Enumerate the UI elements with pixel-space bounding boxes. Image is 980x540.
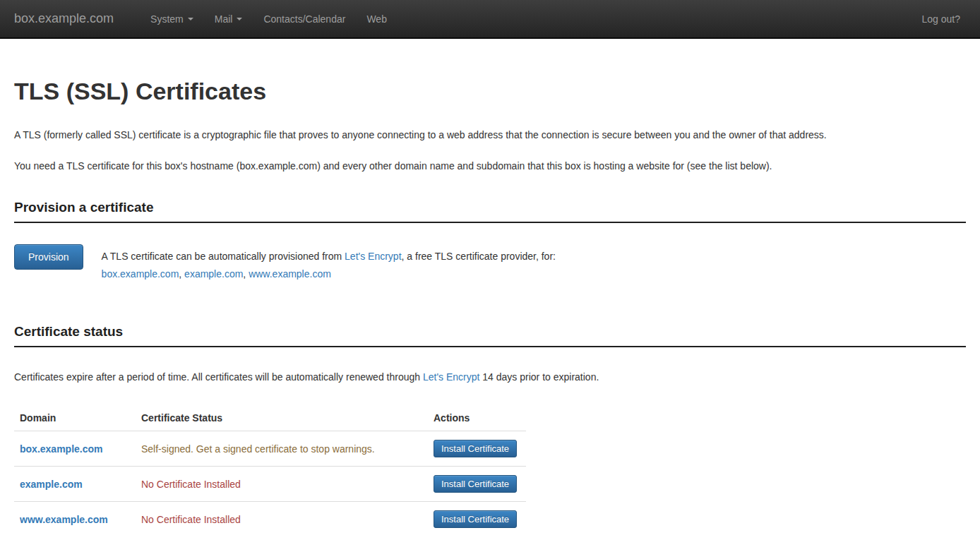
nav-item-contacts-calendar[interactable]: Contacts/Calendar: [253, 0, 356, 37]
navbar-brand[interactable]: box.example.com: [0, 11, 124, 26]
provision-domain-link[interactable]: example.com: [184, 268, 243, 280]
status-description: Certificates expire after a period of ti…: [14, 370, 966, 384]
page-title: TLS (SSL) Certificates: [14, 78, 966, 105]
domain-link[interactable]: box.example.com: [20, 443, 103, 455]
intro-paragraph-2: You need a TLS certificate for this box'…: [14, 157, 966, 174]
domain-link[interactable]: www.example.com: [20, 514, 108, 525]
cert-table-body: box.example.comSelf-signed. Get a signed…: [14, 431, 526, 537]
domain-link[interactable]: example.com: [20, 479, 83, 490]
provision-section-heading: Provision a certificate: [14, 200, 966, 223]
lets-encrypt-link[interactable]: Let's Encrypt: [345, 251, 402, 262]
install-certificate-button[interactable]: Install Certificate: [434, 440, 517, 457]
navbar-right: Log out?: [922, 13, 980, 25]
provision-domain-link[interactable]: www.example.com: [249, 268, 331, 280]
status-text-before: Certificates expire after a period of ti…: [14, 371, 423, 383]
nav-item-label: Mail: [215, 13, 233, 25]
navbar-menu: SystemMailContacts/CalendarWeb: [140, 0, 398, 37]
nav-item-label: System: [150, 13, 184, 25]
certificate-status-text: No Certificate Installed: [141, 479, 241, 490]
certificate-table: Domain Certificate Status Actions box.ex…: [14, 407, 526, 536]
certificate-status-text: No Certificate Installed: [141, 514, 241, 525]
provision-text-after: , a free TLS certificate provider, for:: [402, 251, 556, 262]
caret-down-icon: [237, 18, 242, 20]
nav-item-label: Contacts/Calendar: [263, 13, 345, 25]
logout-link[interactable]: Log out?: [922, 13, 961, 25]
nav-item-mail[interactable]: Mail: [204, 0, 253, 37]
install-certificate-button[interactable]: Install Certificate: [434, 510, 517, 528]
provision-description-line1: A TLS certificate can be automatically p…: [102, 248, 556, 265]
status-section-heading: Certificate status: [14, 324, 966, 347]
caret-down-icon: [188, 18, 193, 20]
provision-button[interactable]: Provision: [14, 244, 83, 270]
provision-description: A TLS certificate can be automatically p…: [102, 244, 556, 283]
nav-item-system[interactable]: System: [140, 0, 204, 37]
install-certificate-button[interactable]: Install Certificate: [434, 475, 517, 493]
provision-row: Provision A TLS certificate can be autom…: [14, 244, 966, 283]
navbar: box.example.com SystemMailContacts/Calen…: [0, 0, 980, 39]
nav-item-label: Web: [366, 13, 387, 25]
table-header-row: Domain Certificate Status Actions: [14, 407, 526, 431]
lets-encrypt-link[interactable]: Let's Encrypt: [423, 371, 480, 383]
table-header-status: Certificate Status: [136, 407, 428, 431]
table-header-domain: Domain: [14, 407, 136, 431]
provision-text-before: A TLS certificate can be automatically p…: [102, 251, 345, 262]
provision-domains: box.example.com, example.com, www.exampl…: [102, 265, 556, 283]
main-content: TLS (SSL) Certificates A TLS (formerly c…: [0, 78, 980, 536]
nav-item-web[interactable]: Web: [356, 0, 398, 37]
table-row: example.comNo Certificate InstalledInsta…: [14, 467, 526, 502]
table-row: www.example.comNo Certificate InstalledI…: [14, 502, 526, 537]
table-row: box.example.comSelf-signed. Get a signed…: [14, 431, 526, 467]
intro-paragraph-1: A TLS (formerly called SSL) certificate …: [14, 126, 966, 143]
certificate-status-text: Self-signed. Get a signed certificate to…: [141, 443, 375, 455]
status-text-after: 14 days prior to expiration.: [479, 371, 599, 383]
table-header-actions: Actions: [428, 407, 526, 431]
provision-domain-link[interactable]: box.example.com: [102, 268, 179, 280]
